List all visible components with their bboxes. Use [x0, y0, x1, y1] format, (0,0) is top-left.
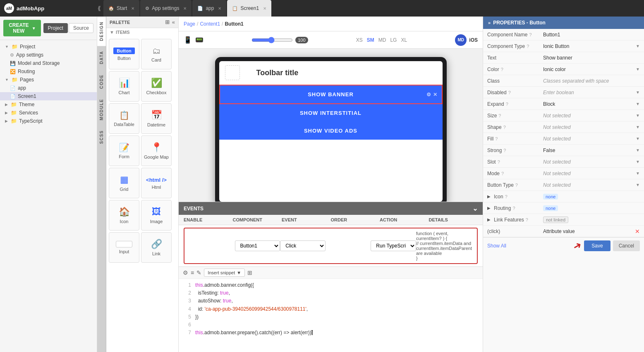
props-q-disabled[interactable]: ?: [508, 90, 511, 95]
events-expand-icon[interactable]: ⌄: [472, 205, 478, 212]
collapse-sidebar-btn[interactable]: ⟪: [98, 5, 101, 12]
tab-app-close[interactable]: ✕: [218, 6, 221, 11]
palette-item-chart[interactable]: 📊 Chart: [109, 71, 139, 102]
breadcrumb-content1[interactable]: Content1: [200, 21, 220, 27]
code-body[interactable]: 1 this.admob.banner.config({ 2 isTesting…: [179, 279, 483, 339]
palette-item-googlemap[interactable]: 📍 Google Map: [141, 136, 172, 166]
palette-collapse-icon[interactable]: «: [172, 19, 175, 25]
code-settings-icon[interactable]: ⚙: [183, 269, 188, 276]
tree-item-screen1[interactable]: 📄 Screen1: [0, 92, 97, 100]
show-all-button[interactable]: Show All: [487, 243, 506, 249]
props-q-link[interactable]: ?: [526, 217, 528, 222]
props-comptype-arrow[interactable]: ▼: [636, 44, 640, 48]
props-value-mode[interactable]: Not selected ▼: [543, 171, 640, 176]
palette-item-input[interactable]: Input: [109, 232, 139, 263]
tab-start-close[interactable]: ✕: [131, 6, 134, 11]
palette-item-html[interactable]: <html /> Html: [141, 168, 172, 198]
props-value-strong[interactable]: False ▼: [543, 147, 640, 153]
show-video-ads-button[interactable]: SHOW VIDEO ADS: [219, 122, 443, 140]
save-button[interactable]: Save: [584, 240, 610, 251]
tree-item-project[interactable]: ▼ 📁 Project: [0, 43, 97, 51]
props-input-component-name[interactable]: [543, 32, 640, 38]
props-section-chevron-icon[interactable]: ▶: [487, 194, 491, 199]
tree-item-appsettings[interactable]: ⚙ App settings: [0, 51, 97, 59]
cancel-button[interactable]: Cancel: [613, 240, 640, 251]
v-tab-design[interactable]: DESIGN: [97, 17, 106, 46]
event-component-select[interactable]: Button1: [235, 240, 280, 251]
tree-item-typescript[interactable]: ▶ 📁 TypeScript: [0, 117, 97, 125]
props-q-size[interactable]: ?: [498, 113, 501, 118]
palette-item-link[interactable]: 🔗 Link: [141, 232, 172, 263]
show-banner-button[interactable]: SHOW BANNER ⚙ ✕: [219, 85, 443, 104]
code-expand-icon[interactable]: ⊞: [247, 269, 252, 276]
props-input-text[interactable]: [543, 55, 640, 61]
bp-md[interactable]: MD: [378, 37, 386, 43]
tab-start[interactable]: 🏠 Start ✕: [103, 0, 139, 17]
palette-section-chevron[interactable]: ▼: [110, 30, 114, 35]
palette-item-image[interactable]: 🖼 Image: [141, 200, 172, 231]
props-value-slot[interactable]: Not selected ▼: [543, 159, 640, 165]
insert-snippet-button[interactable]: Insert snippet ▼: [204, 269, 245, 277]
bp-xl[interactable]: XL: [401, 37, 407, 43]
props-slot-arrow[interactable]: ▼: [636, 159, 640, 164]
sidebar-tab-source[interactable]: Source: [69, 23, 93, 33]
props-q-expand[interactable]: ?: [506, 102, 508, 107]
event-action-select[interactable]: Run TypeScript: [371, 240, 416, 251]
device-phone-icon[interactable]: 📱: [184, 36, 192, 44]
tree-item-model[interactable]: 💾 Model and Storage: [0, 59, 97, 67]
v-tab-code[interactable]: CODE: [97, 69, 106, 94]
palette-item-card[interactable]: 🗂 Card: [141, 39, 172, 69]
tab-app[interactable]: 📄 app ✕: [192, 0, 226, 17]
bp-sm[interactable]: SM: [367, 37, 374, 43]
props-disabled-arrow[interactable]: ▼: [636, 90, 640, 95]
props-value-component-type[interactable]: Ionic Button ▼: [543, 43, 640, 49]
v-tab-scss[interactable]: SCSS: [97, 125, 106, 149]
tree-item-services[interactable]: ▶ 📁 Services: [0, 109, 97, 117]
bp-lg[interactable]: LG: [390, 37, 397, 43]
props-expand-arrow[interactable]: ▼: [636, 102, 640, 106]
props-value-fill[interactable]: Not selected ▼: [543, 136, 640, 142]
tree-item-routing[interactable]: 🔀 Routing: [0, 67, 97, 76]
palette-item-grid[interactable]: ▦ Grid: [109, 168, 139, 198]
tree-item-app[interactable]: 📄 app: [0, 84, 97, 92]
zoom-slider[interactable]: [251, 37, 293, 43]
props-q-mode[interactable]: ?: [501, 171, 504, 176]
show-interstitial-button[interactable]: SHOW INTERSTITIAL: [219, 104, 443, 122]
props-value-expand[interactable]: Block ▼: [543, 101, 640, 107]
props-value-shape[interactable]: Not selected ▼: [543, 124, 640, 130]
code-list-icon[interactable]: ≡: [191, 269, 194, 276]
palette-item-button[interactable]: Button Button: [109, 39, 139, 69]
props-q-shape[interactable]: ?: [503, 125, 506, 130]
v-tab-module[interactable]: MODULE: [97, 94, 106, 125]
breadcrumb-page[interactable]: Page: [184, 21, 195, 27]
palette-item-datatable[interactable]: 📋 DataTable: [109, 103, 139, 134]
palette-item-form[interactable]: 📝 Form: [109, 136, 139, 166]
props-q-comptype[interactable]: ?: [527, 44, 529, 49]
tab-appsettings-close[interactable]: ✕: [183, 6, 187, 11]
props-value-size[interactable]: Not selected ▼: [543, 113, 640, 119]
banner-link-icon[interactable]: ✕: [433, 92, 438, 98]
props-q-slot[interactable]: ?: [498, 159, 500, 164]
tab-screen1-close[interactable]: ✕: [263, 6, 266, 11]
v-tab-data[interactable]: DATA: [97, 46, 106, 69]
palette-item-checkbox[interactable]: ✅ Checkbox: [141, 71, 172, 102]
tab-app-settings[interactable]: ⚙ App settings ✕: [140, 0, 192, 17]
props-value-disabled[interactable]: Enter boolean ▼: [543, 90, 640, 95]
banner-settings-icon[interactable]: ⚙: [426, 92, 431, 98]
bp-xs[interactable]: XS: [356, 37, 363, 43]
event-event-select[interactable]: Click: [280, 240, 326, 251]
props-mode-arrow[interactable]: ▼: [636, 171, 640, 176]
props-size-arrow[interactable]: ▼: [636, 113, 640, 118]
props-value-color[interactable]: Ionic color ▼: [543, 67, 640, 72]
props-section-chevron-routing[interactable]: ▶: [487, 206, 491, 210]
palette-item-datetime[interactable]: 📅 Datetime: [141, 103, 172, 134]
props-q-icon[interactable]: ?: [505, 194, 508, 199]
props-q-compname[interactable]: ?: [529, 32, 531, 37]
props-strong-arrow[interactable]: ▼: [636, 148, 640, 152]
props-q-color[interactable]: ?: [501, 67, 503, 72]
props-color-arrow[interactable]: ▼: [636, 67, 640, 71]
tree-item-pages[interactable]: ▼ 📁 Pages: [0, 76, 97, 84]
props-click-close[interactable]: ✕: [635, 228, 640, 235]
palette-expand-icon[interactable]: ⊞: [165, 19, 170, 25]
code-edit-icon[interactable]: ✎: [196, 269, 201, 276]
